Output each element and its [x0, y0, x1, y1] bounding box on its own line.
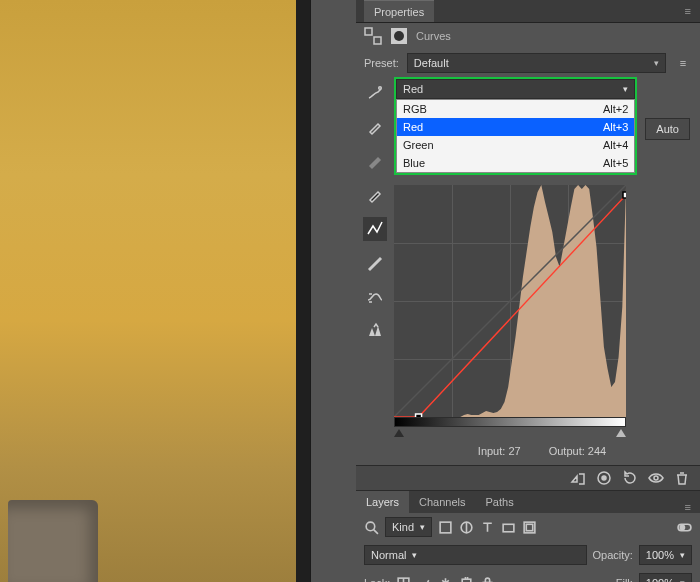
layer-filter-row: Kind▾ [356, 513, 700, 541]
svg-point-10 [654, 476, 658, 480]
preset-row: Preset: Default ▾ ≡ [356, 49, 700, 77]
input-value: 27 [508, 445, 520, 457]
properties-tab[interactable]: Properties [364, 0, 434, 22]
filter-adjust-icon[interactable] [459, 520, 474, 535]
filter-pixel-icon[interactable] [438, 520, 453, 535]
lock-artboard-icon[interactable] [459, 576, 474, 583]
blend-opacity-row: Normal▾ Opacity: 100%▾ [356, 541, 700, 569]
clip-histogram-icon[interactable] [363, 319, 387, 343]
filter-shape-icon[interactable] [501, 520, 516, 535]
channel-option-blue[interactable]: BlueAlt+5 [397, 154, 634, 172]
preset-value: Default [414, 57, 449, 69]
filter-smart-icon[interactable] [522, 520, 537, 535]
filter-toggle-icon[interactable] [677, 520, 692, 535]
chevron-down-icon: ▾ [654, 58, 659, 68]
input-sliders [394, 427, 626, 439]
svg-point-9 [602, 476, 606, 480]
fill-label: Fill: [616, 577, 633, 582]
delete-adjustment-icon[interactable] [674, 470, 690, 486]
svg-rect-7 [416, 414, 422, 417]
opacity-label: Opacity: [593, 549, 633, 561]
clip-to-layer-icon[interactable] [570, 470, 586, 486]
filter-type-icon[interactable] [480, 520, 495, 535]
smooth-curve-icon[interactable] [363, 285, 387, 309]
auto-button[interactable]: Auto [645, 118, 690, 140]
filter-kind-select[interactable]: Kind▾ [385, 517, 432, 537]
fill-select[interactable]: 100%▾ [639, 573, 692, 582]
lock-fill-row: Lock: Fill: 100%▾ [356, 569, 700, 582]
svg-line-5 [394, 185, 626, 417]
channel-value: Red [403, 83, 423, 95]
edit-points-icon[interactable] [363, 217, 387, 241]
svg-point-18 [680, 525, 684, 529]
opacity-select[interactable]: 100%▾ [639, 545, 692, 565]
channel-option-red[interactable]: RedAlt+3 [397, 118, 634, 136]
blend-mode-select[interactable]: Normal▾ [364, 545, 587, 565]
curves-adjustment-icon [364, 27, 382, 45]
properties-header: Properties ≡ [356, 0, 700, 23]
curves-tool-column [356, 77, 394, 465]
draw-curve-icon[interactable] [363, 251, 387, 275]
black-point-slider[interactable] [394, 429, 404, 437]
lock-all-icon[interactable] [480, 576, 495, 583]
svg-rect-12 [440, 522, 451, 533]
sample-gray-icon[interactable] [363, 149, 387, 173]
lock-transparent-icon[interactable] [396, 576, 411, 583]
output-label: Output: [549, 445, 585, 457]
tab-layers[interactable]: Layers [356, 491, 409, 513]
channel-options-list: RGBAlt+2 RedAlt+3 GreenAlt+4 BlueAlt+5 [396, 99, 635, 173]
chevron-down-icon: ▾ [623, 84, 628, 94]
output-value: 244 [588, 445, 606, 457]
channel-dropdown-highlight: Red ▾ RGBAlt+2 RedAlt+3 GreenAlt+4 BlueA… [394, 77, 637, 175]
channel-option-green[interactable]: GreenAlt+4 [397, 136, 634, 154]
svg-rect-1 [374, 37, 381, 44]
channel-option-rgb[interactable]: RGBAlt+2 [397, 100, 634, 118]
panel-gutter [310, 0, 356, 582]
lock-label: Lock: [364, 577, 390, 582]
panel-menu-icon[interactable]: ≡ [685, 5, 692, 17]
svg-point-4 [379, 87, 382, 90]
photo-foreground [8, 500, 98, 582]
document-canvas[interactable] [0, 0, 296, 582]
tab-channels[interactable]: Channels [409, 491, 475, 513]
reset-icon[interactable] [622, 470, 638, 486]
layers-menu-icon[interactable]: ≡ [677, 501, 700, 513]
svg-point-3 [394, 31, 404, 41]
svg-point-11 [366, 522, 375, 531]
sample-black-icon[interactable] [363, 183, 387, 207]
curve-line [394, 185, 626, 417]
preset-label: Preset: [364, 57, 399, 69]
channel-select[interactable]: Red ▾ [396, 79, 635, 99]
svg-rect-14 [503, 524, 514, 532]
svg-rect-16 [526, 524, 532, 530]
adjustment-type-row: Curves [356, 23, 700, 49]
sample-white-icon[interactable] [363, 115, 387, 139]
tab-paths[interactable]: Paths [476, 491, 524, 513]
input-gradient [394, 417, 626, 427]
svg-rect-0 [365, 28, 372, 35]
layers-tabs: Layers Channels Paths ≡ [356, 491, 700, 513]
lock-position-icon[interactable] [438, 576, 453, 583]
io-readout: Input: 27 Output: 244 [394, 439, 690, 465]
search-icon[interactable] [364, 520, 379, 535]
toggle-visibility-icon[interactable] [648, 470, 664, 486]
canvas-gutter [296, 0, 310, 582]
view-previous-icon[interactable] [596, 470, 612, 486]
right-panels: Properties ≡ Curves Preset: Default ▾ ≡ [356, 0, 700, 582]
curves-graph[interactable] [394, 185, 626, 417]
on-image-adjust-icon[interactable] [363, 81, 387, 105]
adjustment-label: Curves [416, 30, 451, 42]
white-point-slider[interactable] [616, 429, 626, 437]
input-label: Input: [478, 445, 506, 457]
lock-image-icon[interactable] [417, 576, 432, 583]
mask-icon [390, 27, 408, 45]
svg-rect-6 [623, 192, 626, 198]
properties-footer [356, 465, 700, 491]
preset-select[interactable]: Default ▾ [407, 53, 666, 73]
preset-menu-icon[interactable]: ≡ [674, 54, 692, 72]
